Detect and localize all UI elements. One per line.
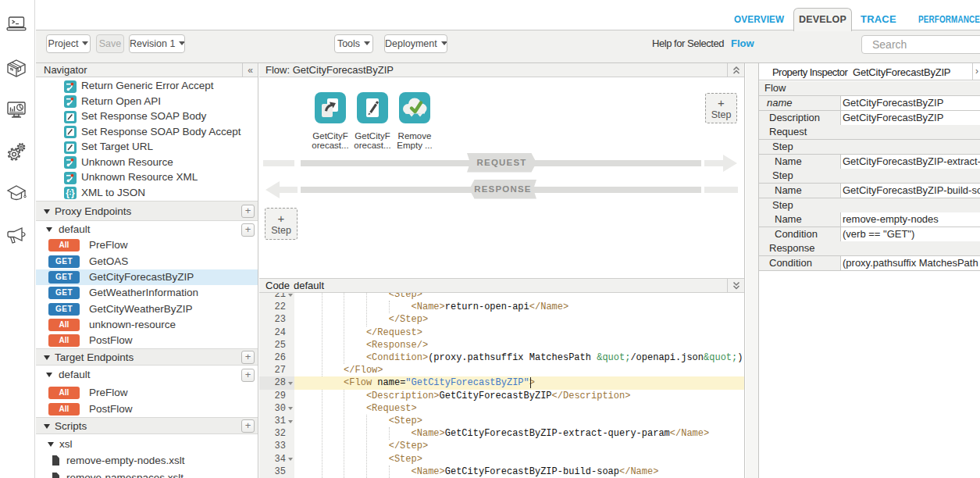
svg-text:{: { bbox=[66, 187, 69, 198]
svg-text:}: } bbox=[71, 187, 75, 198]
